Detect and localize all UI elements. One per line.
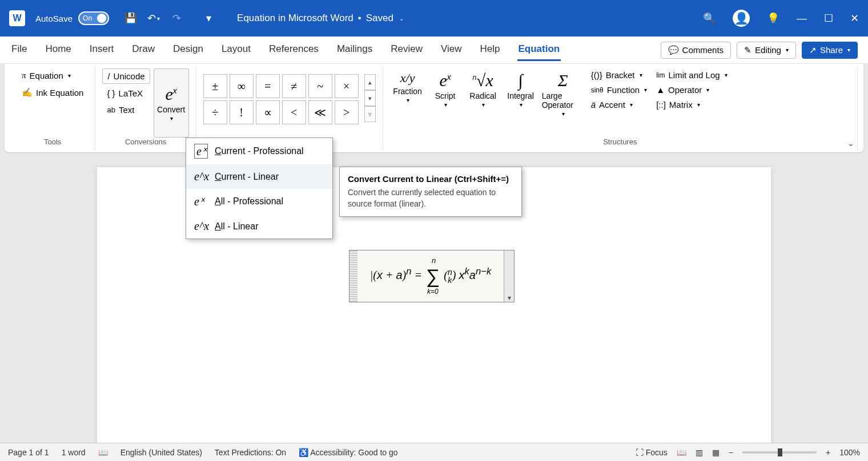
tab-file[interactable]: File <box>10 39 28 61</box>
tab-equation[interactable]: Equation <box>517 39 561 61</box>
unicode-button[interactable]: /Unicode <box>102 68 150 84</box>
chevron-down-icon[interactable]: ⌄ <box>399 15 404 22</box>
save-icon[interactable]: 💾 <box>122 9 140 27</box>
symbol-factorial[interactable]: ! <box>230 100 254 124</box>
ribbon-tabs-row: File Home Insert Draw Design Layout Refe… <box>0 37 868 64</box>
equation-container[interactable]: |(x + a)n = n ∑ k=0 (nk) xkan−k ▾ <box>349 250 515 302</box>
lightbulb-icon[interactable]: 💡 <box>767 12 779 25</box>
status-word-count[interactable]: 1 word <box>62 448 86 457</box>
tab-view[interactable]: View <box>440 39 463 61</box>
equation-button[interactable]: πEquation▾ <box>17 68 88 83</box>
close-icon[interactable]: ✕ <box>850 12 859 25</box>
fraction-button[interactable]: x/yFraction▾ <box>390 68 425 106</box>
text-button[interactable]: abText <box>102 103 150 117</box>
group-label-structures: Structures <box>390 138 850 148</box>
status-accessibility[interactable]: ♿ Accessibility: Good to go <box>299 448 397 457</box>
group-tools: πEquation▾ ✍Ink Equation Tools <box>10 66 95 151</box>
operator-icon: ▲ <box>656 85 665 95</box>
symbol-equals[interactable]: = <box>256 74 280 98</box>
symbol-times[interactable]: × <box>335 74 359 98</box>
symbol-plus-minus[interactable]: ± <box>203 74 227 98</box>
group-label-conversions: Conversions <box>102 138 188 148</box>
editing-mode-button[interactable]: ✎Editing▾ <box>737 42 796 59</box>
bracket-button[interactable]: {()}Bracket▾ <box>588 68 651 82</box>
symbol-tilde[interactable]: ~ <box>308 74 332 98</box>
menu-current-professional[interactable]: eˣ Current - Professional <box>186 138 332 164</box>
script-button[interactable]: exScript▾ <box>428 68 463 110</box>
scroll-down-icon[interactable]: ▾ <box>364 90 376 106</box>
share-button[interactable]: ↗Share▾ <box>802 42 858 59</box>
status-page[interactable]: Page 1 of 1 <box>8 448 49 457</box>
share-icon: ↗ <box>809 45 817 55</box>
slider-thumb[interactable] <box>778 448 782 456</box>
redo-icon[interactable]: ↷ <box>167 9 186 27</box>
function-icon: sinθ <box>591 86 604 94</box>
tab-layout[interactable]: Layout <box>220 39 252 61</box>
menu-current-linear[interactable]: e^x Current - Linear <box>186 164 332 189</box>
scroll-up-icon[interactable]: ▴ <box>364 74 376 90</box>
symbol-less-than[interactable]: < <box>282 100 306 124</box>
web-layout-icon[interactable]: ▦ <box>712 448 720 457</box>
accent-icon: ä <box>591 100 596 110</box>
group-label-tools: Tools <box>17 138 88 148</box>
zoom-out-icon[interactable]: − <box>729 448 733 457</box>
integral-button[interactable]: ∫Integral▾ <box>503 68 539 110</box>
radical-button[interactable]: n√xRadical▾ <box>465 68 501 110</box>
tab-insert[interactable]: Insert <box>89 39 115 61</box>
symbol-divide[interactable]: ÷ <box>203 100 227 124</box>
tab-draw[interactable]: Draw <box>131 39 156 61</box>
symbol-much-less[interactable]: ≪ <box>308 100 332 124</box>
tab-design[interactable]: Design <box>172 39 204 61</box>
document-title[interactable]: Equation in Microsoft Word • Saved ⌄ <box>237 13 404 24</box>
ink-icon: ✍ <box>22 87 33 98</box>
collapse-ribbon-icon[interactable]: ⌄ <box>847 139 854 148</box>
tab-references[interactable]: References <box>268 39 320 61</box>
zoom-slider[interactable] <box>742 451 817 454</box>
symbol-not-equal[interactable]: ≠ <box>282 74 306 98</box>
ribbon-tabs: File Home Insert Draw Design Layout Refe… <box>10 39 561 61</box>
read-mode-icon[interactable]: 📖 <box>677 448 686 457</box>
ink-equation-button[interactable]: ✍Ink Equation <box>17 85 88 100</box>
tab-help[interactable]: Help <box>479 39 501 61</box>
large-operator-button[interactable]: ΣLarge Operator▾ <box>541 68 585 119</box>
group-structures: x/yFraction▾ exScript▾ n√xRadical▾ ∫Inte… <box>383 66 858 151</box>
minimize-icon[interactable]: — <box>797 13 807 25</box>
operator-button[interactable]: ▲Operator▾ <box>653 83 730 96</box>
autosave-toggle[interactable]: AutoSave On <box>35 11 109 25</box>
symbol-infinity[interactable]: ∞ <box>230 74 254 98</box>
status-predictions[interactable]: Text Predictions: On <box>215 448 286 457</box>
print-layout-icon[interactable]: ▥ <box>696 448 703 457</box>
toggle-switch[interactable]: On <box>78 11 109 25</box>
braces-icon: { } <box>107 88 115 98</box>
qat-customize-icon[interactable]: ▾ <box>199 9 218 27</box>
tab-home[interactable]: Home <box>44 39 72 61</box>
equation-drag-handle[interactable] <box>349 250 357 302</box>
status-language[interactable]: English (United States) <box>120 448 202 457</box>
function-button[interactable]: sinθFunction▾ <box>588 83 651 96</box>
symbols-scroll: ▴ ▾ ▿ <box>364 74 376 146</box>
menu-all-linear[interactable]: e^x All - Linear <box>186 214 332 238</box>
symbol-greater-than[interactable]: > <box>335 100 359 124</box>
menu-all-professional[interactable]: eˣ All - Professional <box>186 189 332 214</box>
symbol-proportional[interactable]: ∝ <box>256 100 280 124</box>
zoom-level[interactable]: 100% <box>839 448 860 457</box>
tab-review[interactable]: Review <box>389 39 424 61</box>
expand-gallery-icon[interactable]: ▿ <box>364 106 376 122</box>
latex-button[interactable]: { }LaTeX <box>102 86 150 100</box>
convert-button[interactable]: ex Convert ▾ <box>154 68 189 138</box>
equation-content[interactable]: |(x + a)n = n ∑ k=0 (nk) xkan−k <box>357 265 504 288</box>
search-icon[interactable]: 🔍 <box>703 12 716 25</box>
maximize-icon[interactable]: ☐ <box>824 12 833 25</box>
comments-button[interactable]: 💬Comments <box>661 42 732 59</box>
matrix-button[interactable]: [::]Matrix▾ <box>653 98 730 111</box>
user-avatar[interactable]: 👤 <box>733 10 750 27</box>
spellcheck-icon[interactable]: 📖 <box>98 448 108 457</box>
limit-log-button[interactable]: limLimit and Log▾ <box>653 68 730 82</box>
focus-mode-button[interactable]: ⛶ Focus <box>636 448 668 457</box>
undo-icon[interactable]: ↶▾ <box>144 9 163 27</box>
tab-mailings[interactable]: Mailings <box>336 39 373 61</box>
fraction-icon: x/y <box>400 71 415 86</box>
equation-options-dropdown[interactable]: ▾ <box>504 250 514 302</box>
accent-button[interactable]: äAccent▾ <box>588 98 651 111</box>
zoom-in-icon[interactable]: + <box>826 448 830 457</box>
